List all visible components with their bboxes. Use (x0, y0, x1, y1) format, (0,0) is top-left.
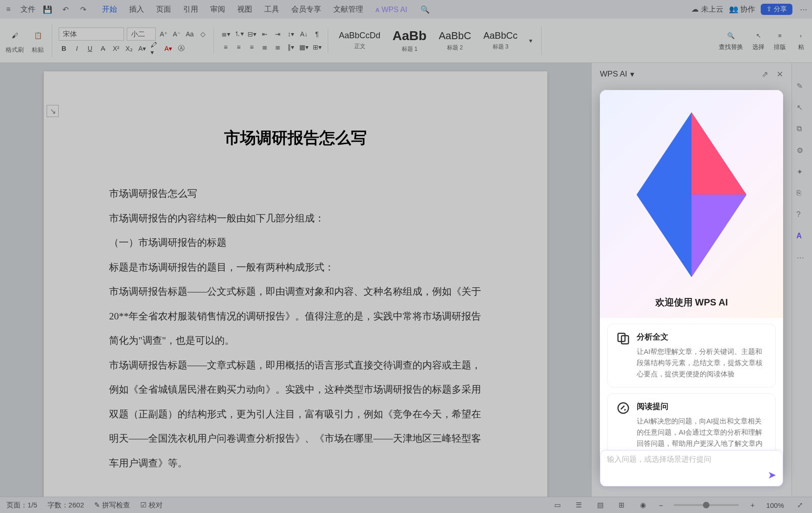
app-menu-icon[interactable]: ≡ (3, 4, 14, 15)
tab-member[interactable]: 会员专享 (291, 5, 321, 14)
tab-insert[interactable]: 插入 (129, 5, 144, 14)
ai-text-input[interactable] (607, 455, 759, 464)
save-icon[interactable]: 💾 (42, 4, 53, 15)
align-center-icon[interactable]: ≡ (234, 42, 244, 52)
tab-start[interactable]: 开始 (102, 5, 117, 14)
paste-group[interactable]: 📋 粘贴 (30, 27, 45, 54)
close-icon[interactable]: ✕ (777, 69, 783, 79)
align-distribute-icon[interactable]: ≣ (273, 42, 283, 52)
tab-refs[interactable]: 文献管理 (333, 5, 363, 14)
ribbon-more[interactable]: › 粘 (795, 30, 806, 51)
font-color-icon[interactable]: A▾ (163, 43, 173, 54)
bold-icon[interactable]: B (59, 43, 69, 54)
zoom-out-icon[interactable]: − (659, 501, 663, 509)
cloud-status[interactable]: ☁ 未上云 (691, 5, 723, 14)
style-h2[interactable]: AaBbC 标题 2 (434, 28, 475, 54)
zoom-in-icon[interactable]: ＋ (749, 501, 756, 510)
edit-icon[interactable]: ✎ (797, 82, 808, 93)
highlight-icon[interactable]: 🖍▾ (150, 43, 160, 54)
status-words[interactable]: 字数：2602 (48, 501, 84, 510)
borders-icon[interactable]: ⊞▾ (312, 42, 322, 52)
redo-icon[interactable]: ↷ (77, 4, 89, 15)
undo-icon[interactable]: ↶ (60, 4, 71, 15)
superscript-icon[interactable]: X² (111, 43, 121, 54)
select-button[interactable]: ↖ 选择 (752, 30, 764, 51)
multilevel-icon[interactable]: ⊟▾ (247, 29, 257, 39)
more-icon[interactable]: ⋯ (798, 4, 809, 15)
style-h3[interactable]: AaBbCc 标题 3 (479, 28, 522, 53)
find-replace-button[interactable]: 🔍 查找替换 (719, 30, 743, 51)
cursor-icon: ↖ (753, 30, 764, 41)
align-left-icon[interactable]: ≡ (220, 42, 231, 52)
bullets-icon[interactable]: ≣▾ (220, 29, 231, 39)
ai-card-analyze[interactable]: 分析全文 让AI帮您理解文章，分析关键词、主题和段落结构等元素，总结文章，提炼文… (607, 324, 776, 388)
collab-button[interactable]: 👥 协作 (729, 5, 755, 14)
share-button[interactable]: ⇪ 分享 (761, 4, 792, 15)
shrink-font-icon[interactable]: A⁻ (172, 29, 182, 39)
numbering-icon[interactable]: ⒈▾ (234, 29, 244, 39)
line-height-icon[interactable]: ‖▾ (286, 42, 296, 52)
tab-page[interactable]: 页面 (156, 5, 171, 14)
view-page-icon[interactable]: ▭ (552, 499, 563, 511)
bookmark-icon[interactable]: ⎘ (797, 189, 808, 200)
view-outline-icon[interactable]: ☰ (573, 499, 585, 511)
file-menu[interactable]: 文件 (21, 5, 35, 14)
tab-tools[interactable]: 工具 (264, 5, 279, 14)
ai-input-box[interactable]: ➤ (600, 450, 783, 486)
pin-icon[interactable]: ⇗ (762, 69, 768, 79)
help-icon[interactable]: ? (797, 210, 808, 222)
italic-icon[interactable]: I (72, 43, 82, 54)
tab-view[interactable]: 视图 (237, 5, 252, 14)
sparkle-icon[interactable]: ✦ (797, 167, 808, 179)
subscript-icon[interactable]: X₂ (124, 43, 134, 54)
send-icon[interactable]: ➤ (768, 469, 776, 481)
font-name-select[interactable]: 宋体 (59, 28, 124, 41)
status-page[interactable]: 页面：1/5 (7, 501, 37, 510)
outdent-icon[interactable]: ⇤ (260, 29, 270, 39)
view-read-icon[interactable]: ▤ (595, 499, 606, 511)
strike-icon[interactable]: A̶ (98, 43, 108, 54)
styles-more-icon[interactable]: ▾ (525, 35, 536, 46)
tab-review[interactable]: 审阅 (210, 5, 225, 14)
char-shading-icon[interactable]: Ⓐ (176, 43, 186, 54)
layers-icon[interactable]: ⧉ (797, 125, 808, 136)
clear-format-icon[interactable]: ◇ (198, 29, 208, 39)
overflow-icon[interactable]: ⋯ (797, 253, 808, 264)
select-icon[interactable]: ↖ (797, 103, 808, 114)
style-h1[interactable]: AaBb 标题 1 (388, 26, 431, 55)
zoom-value[interactable]: 100% (766, 501, 784, 509)
view-web-icon[interactable]: ⊞ (616, 499, 627, 511)
zoom-slider[interactable] (674, 504, 739, 506)
sort-icon[interactable]: A↓ (299, 29, 309, 39)
ai-a-icon[interactable]: A (797, 232, 808, 243)
styles-section: AaBbCcDd 正文 AaBb 标题 1 AaBbC 标题 2 AaBbCc … (335, 26, 542, 55)
fullscreen-icon[interactable]: ⤢ (794, 499, 805, 511)
change-case-icon[interactable]: Aa (185, 29, 195, 39)
tab-wpsai[interactable]: ᴀ WPS AI (375, 5, 407, 14)
align-right-icon[interactable]: ≡ (247, 42, 257, 52)
doc-para: 市场调研报告的内容结构一般由如下几部分组成： (109, 206, 482, 231)
status-spell[interactable]: ✎ 拼写检查 (94, 501, 130, 510)
search-icon[interactable]: 🔍 (420, 4, 431, 15)
text-effect-icon[interactable]: A▾ (137, 43, 147, 54)
tab-reference[interactable]: 引用 (183, 5, 198, 14)
view-focus-icon[interactable]: ◉ (638, 499, 649, 511)
outline-handle[interactable]: ↘ (47, 105, 59, 117)
chevron-down-icon[interactable]: ▾ (630, 69, 634, 79)
underline-icon[interactable]: U (85, 43, 95, 54)
document-canvas[interactable]: ↘ 市场调研报告怎么写 市场调研报告怎么写 市场调研报告的内容结构一般由如下几部… (0, 63, 591, 497)
style-body[interactable]: AaBbCcDd 正文 (335, 28, 385, 53)
align-justify-icon[interactable]: ≣ (260, 42, 270, 52)
indent-icon[interactable]: ⇥ (273, 29, 283, 39)
shading-icon[interactable]: ▦▾ (299, 42, 309, 52)
status-proof[interactable]: ☑ 校对 (140, 501, 162, 510)
arrange-button[interactable]: ≡ 排版 (774, 30, 786, 51)
ai-card-title: 分析全文 (637, 332, 767, 342)
settings-icon[interactable]: ⚙ (797, 146, 808, 157)
grow-font-icon[interactable]: A⁺ (158, 29, 169, 39)
format-painter-group[interactable]: 🖌 格式刷 (6, 27, 24, 54)
font-size-select[interactable]: 小二 (127, 28, 156, 41)
line-spacing-icon[interactable]: ↕▾ (286, 29, 296, 39)
show-marks-icon[interactable]: ¶ (312, 29, 322, 39)
document-body[interactable]: 市场调研报告怎么写 市场调研报告的内容结构一般由如下几部分组成： （一）市场调研… (109, 181, 482, 475)
